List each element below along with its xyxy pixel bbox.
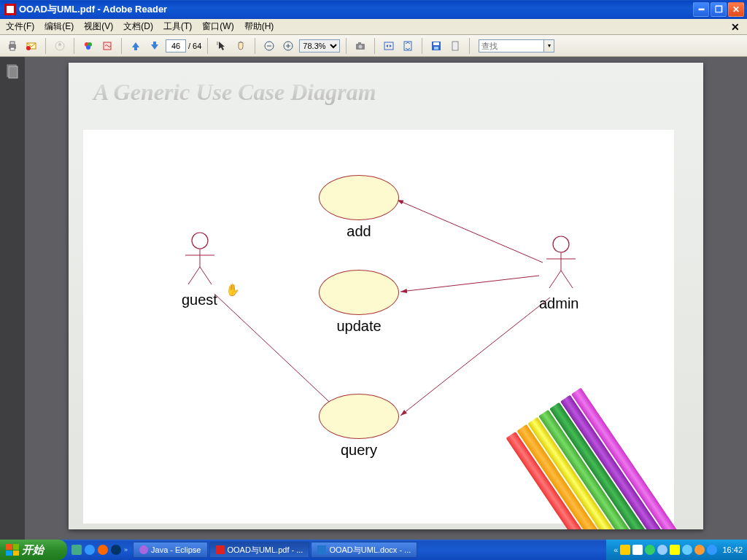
svg-line-33	[214, 294, 338, 411]
quick-launch-expand[interactable]: »	[124, 546, 128, 553]
taskbar-clock[interactable]: 16:42	[722, 545, 743, 554]
start-label: 开始	[22, 543, 44, 557]
svg-rect-25	[452, 42, 458, 50]
search-dropdown[interactable]: ▾	[544, 39, 554, 52]
player-icon[interactable]	[111, 545, 121, 555]
svg-point-34	[192, 233, 208, 249]
menu-file[interactable]: 文件(F)	[3, 19, 37, 34]
svg-point-39	[553, 236, 569, 252]
actor-guest	[178, 232, 222, 291]
svg-point-18	[359, 44, 363, 48]
menu-window[interactable]: 窗口(W)	[199, 19, 236, 34]
svg-rect-1	[10, 42, 15, 44]
actor-guest-label: guest	[182, 292, 217, 308]
svg-line-30	[397, 200, 543, 262]
toolbar: / 64 I 78.3% ▾	[0, 35, 747, 57]
svg-line-42	[549, 271, 561, 288]
svg-rect-19	[358, 42, 361, 44]
select-tool[interactable]: I	[214, 38, 230, 54]
page-up-button[interactable]	[128, 38, 144, 54]
tray-icon-2[interactable]	[632, 545, 643, 555]
usecase-add-label: add	[347, 223, 371, 240]
menu-view[interactable]: 视图(V)	[81, 19, 116, 34]
color-button[interactable]	[80, 38, 96, 54]
menu-edit[interactable]: 编辑(E)	[42, 19, 77, 34]
page-total: / 64	[188, 42, 201, 50]
page-number-input[interactable]	[166, 39, 186, 52]
task-word-label: OOAD与UML.docx - ...	[329, 545, 411, 556]
tray-icon-1[interactable]	[620, 545, 630, 555]
svg-point-9	[86, 45, 90, 50]
close-button[interactable]: ✕	[728, 2, 744, 17]
svg-line-43	[561, 271, 573, 288]
actor-admin-label: admin	[539, 295, 578, 312]
save-button[interactable]	[428, 38, 444, 54]
svg-point-4	[26, 46, 31, 50]
hand-tool[interactable]	[233, 38, 249, 54]
collab-button[interactable]	[52, 38, 68, 54]
window-titlebar: OOAD与UML.pdf - Adobe Reader ━ ❐ ✕	[0, 0, 747, 19]
svg-rect-2	[10, 47, 15, 50]
menu-document[interactable]: 文档(D)	[120, 19, 156, 34]
fit-page-button[interactable]	[400, 38, 416, 54]
task-word[interactable]: OOAD与UML.docx - ...	[311, 542, 417, 558]
tray-icon-7[interactable]	[694, 545, 705, 555]
firefox-icon[interactable]	[98, 545, 108, 555]
show-desktop-icon[interactable]	[71, 545, 82, 555]
zoom-select[interactable]: 78.3%	[299, 39, 340, 52]
tray-icon-6[interactable]	[682, 545, 692, 555]
menu-tools[interactable]: 工具(T)	[160, 19, 195, 34]
eclipse-icon	[139, 545, 148, 554]
ie-icon[interactable]	[85, 545, 95, 555]
svg-rect-20	[384, 42, 393, 50]
navigation-pane	[0, 57, 25, 540]
tray-expand-icon[interactable]: «	[614, 545, 618, 554]
pdf-icon	[4, 4, 16, 15]
menu-help[interactable]: 帮助(H)	[241, 19, 277, 34]
snapshot-button[interactable]	[352, 38, 368, 54]
task-eclipse-label: Java - Eclipse	[151, 545, 201, 554]
taskbar: 开始 » Java - Eclipse OOAD与UML.pdf - ... O…	[0, 540, 747, 560]
pages-panel-icon[interactable]	[4, 64, 20, 79]
email-button[interactable]	[23, 38, 39, 54]
svg-line-37	[188, 267, 200, 284]
svg-text:I: I	[217, 41, 218, 46]
zoom-out-button[interactable]	[261, 38, 277, 54]
svg-rect-23	[433, 42, 439, 45]
svg-rect-21	[404, 42, 411, 50]
quick-launch: »	[67, 540, 132, 560]
window-title: OOAD与UML.pdf - Adobe Reader	[19, 3, 693, 16]
usecase-query-label: query	[341, 442, 377, 459]
page-down-button[interactable]	[147, 38, 163, 54]
actor-admin	[539, 236, 583, 295]
print-button[interactable]	[4, 38, 20, 54]
svg-point-6	[58, 43, 61, 46]
tray-volume-icon[interactable]	[670, 545, 680, 555]
pdf-page: A Generic Use Case Diagram	[69, 63, 703, 529]
document-viewport[interactable]: A Generic Use Case Diagram	[25, 57, 747, 540]
fit-width-button[interactable]	[381, 38, 397, 54]
tray-icon-3[interactable]	[645, 545, 655, 555]
usecase-query	[319, 394, 399, 439]
task-pdf[interactable]: OOAD与UML.pdf - ...	[209, 542, 310, 558]
task-pdf-label: OOAD与UML.pdf - ...	[228, 545, 303, 556]
word-task-icon	[317, 545, 326, 554]
pdf-task-icon	[216, 545, 225, 554]
search-input[interactable]	[479, 39, 544, 52]
usecase-add	[319, 175, 399, 220]
hand-cursor-icon: ✋	[225, 283, 240, 297]
task-eclipse[interactable]: Java - Eclipse	[133, 542, 207, 558]
zoom-in-button[interactable]	[280, 38, 296, 54]
minimize-button[interactable]: ━	[693, 2, 709, 17]
svg-line-32	[400, 298, 550, 416]
menu-close-x[interactable]: ✕	[728, 20, 744, 34]
svg-rect-10	[104, 42, 111, 50]
tray-icon-4[interactable]	[657, 545, 667, 555]
maximize-button[interactable]: ❐	[711, 2, 727, 17]
single-page-button[interactable]	[447, 38, 463, 54]
system-tray: « 16:42	[606, 540, 747, 560]
sign-button[interactable]	[99, 38, 115, 54]
start-button[interactable]: 开始	[0, 540, 67, 560]
svg-line-38	[200, 267, 212, 284]
tray-icon-8[interactable]	[707, 545, 717, 555]
